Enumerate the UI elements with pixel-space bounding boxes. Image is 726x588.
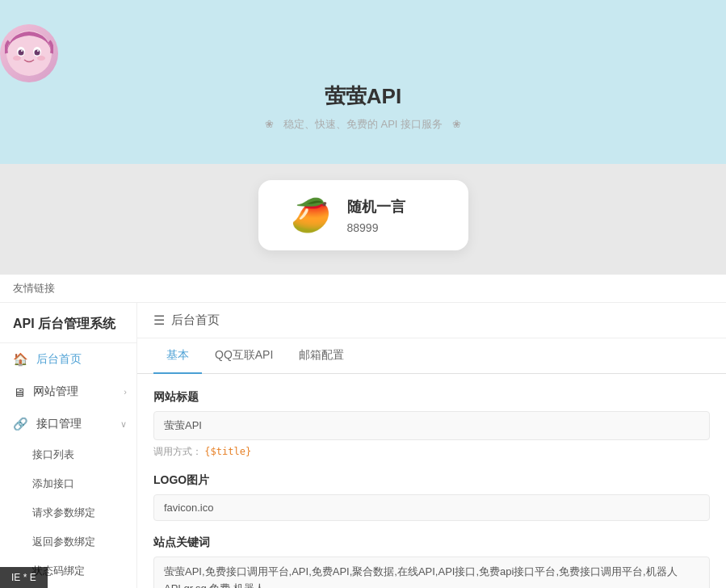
svg-point-0 [6,31,52,76]
keywords-label: 站点关键词 [153,536,710,550]
tab-qq[interactable]: QQ互联API [202,338,286,374]
form-content: 网站标题 萤萤API 调用方式： {$title} LOGO图片 favicon… [137,374,726,588]
svg-point-3 [19,50,24,56]
friendship-links: 友情链接 [0,275,726,303]
site-title-value[interactable]: 萤萤API [153,411,710,440]
arrow-right-icon: › [124,387,127,397]
response-params-label: 返回参数绑定 [32,536,95,548]
bottom-bar: IE * E [0,567,48,588]
tab-email-label: 邮箱配置 [299,348,344,361]
sidebar-item-api[interactable]: 🔗 接口管理 ∨ [0,408,136,440]
site-title-hint-text: 调用方式： [153,446,202,457]
arrow-down-icon: ∨ [120,419,127,430]
site-title-section: 网站标题 萤萤API 调用方式： {$title} [153,390,710,459]
hero-section: 萤萤API ❀ 稳定、快速、免费的 API 接口服务 ❀ [0,0,726,164]
sidebar-api-label: 接口管理 [36,417,82,431]
sidebar-title: API 后台管理系统 [0,303,136,343]
add-api-label: 添加接口 [32,477,74,489]
tab-basic[interactable]: 基本 [153,338,202,374]
sidebar-item-home[interactable]: 🏠 后台首页 [0,343,136,376]
card-section: 🥭 随机一言 88999 [0,164,726,275]
subtitle-text: 稳定、快速、免费的 API 接口服务 [283,118,443,130]
tabs-bar: 基本 QQ互联API 邮箱配置 [137,338,726,374]
sidebar-sub-response-params[interactable]: 返回参数绑定 [0,527,136,556]
subtitle-prefix: ❀ [265,118,274,130]
tab-basic-label: 基本 [166,348,189,361]
svg-point-7 [13,56,21,61]
svg-point-6 [37,50,39,52]
sidebar-item-site[interactable]: 🖥 网站管理 › [0,376,136,408]
keywords-value[interactable]: 萤萤API,免费接口调用平台,API,免费API,聚合数据,在线API,API接… [153,556,710,588]
link-icon: 🔗 [13,417,28,431]
admin-panel: API 后台管理系统 🏠 后台首页 🖥 网站管理 › 🔗 接口管理 ∨ 接口列表… [0,303,726,588]
main-content: ☰ 后台首页 基本 QQ互联API 邮箱配置 网站标题 萤萤API 调用方式： … [137,303,726,588]
avatar [0,24,58,82]
site-title-label: 网站标题 [153,390,710,405]
svg-point-8 [37,56,45,61]
logo-section: LOGO图片 favicon.ico [153,473,710,521]
header-title: 后台首页 [171,313,220,328]
sidebar-home-label: 后台首页 [36,352,82,367]
hero-subtitle: ❀ 稳定、快速、免费的 API 接口服务 ❀ [0,117,726,132]
request-params-label: 请求参数绑定 [32,506,95,519]
sidebar: API 后台管理系统 🏠 后台首页 🖥 网站管理 › 🔗 接口管理 ∨ 接口列表… [0,303,137,588]
sidebar-sub-request-params[interactable]: 请求参数绑定 [0,498,136,527]
site-title-code: {$title} [204,446,251,457]
site-title-hint: 调用方式： {$title} [153,445,710,459]
svg-point-5 [21,50,23,52]
card-text: 随机一言 88999 [347,197,405,234]
tab-email[interactable]: 邮箱配置 [286,338,357,374]
bottom-bar-text: IE * E [11,572,36,583]
hero-title: 萤萤API [0,82,726,111]
keywords-section: 站点关键词 萤萤API,免费接口调用平台,API,免费API,聚合数据,在线AP… [153,536,710,588]
logo-label: LOGO图片 [153,473,710,488]
monitor-icon: 🖥 [13,385,25,399]
svg-point-4 [35,50,40,56]
subtitle-suffix: ❀ [452,118,461,130]
sidebar-site-label: 网站管理 [33,384,78,399]
card-icon: 🥭 [291,196,331,234]
card-count: 88999 [347,221,405,234]
friendship-links-label: 友情链接 [13,282,55,294]
main-header: ☰ 后台首页 [137,303,726,338]
card-title: 随机一言 [347,197,405,216]
api-list-label: 接口列表 [32,448,74,460]
home-icon: 🏠 [13,352,28,367]
tab-qq-label: QQ互联API [215,348,273,361]
api-card[interactable]: 🥭 随机一言 88999 [258,180,468,250]
hamburger-icon: ☰ [153,313,165,328]
logo-value[interactable]: favicon.ico [153,494,710,521]
sidebar-sub-add-api[interactable]: 添加接口 [0,469,136,498]
sidebar-sub-api-list[interactable]: 接口列表 [0,440,136,469]
